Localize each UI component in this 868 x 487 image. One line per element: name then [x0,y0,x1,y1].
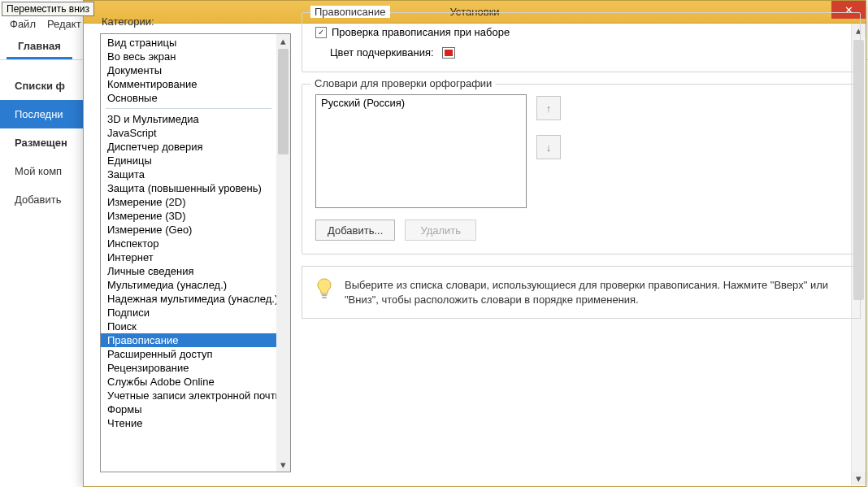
category-item[interactable]: Измерение (3D) [101,209,276,223]
svg-rect-0 [322,294,328,296]
category-item[interactable]: Мультимедиа (унаслед.) [101,278,276,292]
underline-color-label: Цвет подчеркивания: [330,46,434,59]
category-item[interactable]: Рецензирование [101,361,276,375]
category-item[interactable]: JavaScript [101,126,276,140]
category-item[interactable]: Интернет [101,250,276,264]
menu-edit[interactable]: Редакт [44,16,85,34]
category-item[interactable]: Защита (повышенный уровень) [101,181,276,195]
category-item[interactable]: Поиск [101,320,276,333]
category-item[interactable]: Вид страницы [101,36,276,50]
dictionaries-fieldset: Словари для проверки орфографии Русский … [302,84,861,254]
category-item[interactable]: Учетные записи электронной почты [101,389,276,402]
category-item[interactable]: Службы Adobe Online [101,375,276,389]
category-item[interactable]: Документы [101,63,276,77]
check-spelling-label: Проверка правописания при наборе [332,26,510,38]
move-up-button[interactable]: ↑ [536,96,561,120]
category-item[interactable]: Измерение (2D) [101,195,276,209]
check-spelling-checkbox[interactable]: ✓ [315,27,327,38]
dictionary-listbox[interactable]: Русский (Россия) [315,94,527,208]
category-item[interactable]: Комментирование [101,77,276,91]
arrow-up-icon: ↑ [546,102,552,115]
category-item[interactable]: Личные сведения [101,264,276,278]
svg-rect-1 [322,297,327,298]
tooltip: Переместить вниз [2,2,94,16]
color-icon [445,50,453,56]
spelling-fieldset: Правописание ✓ Проверка правописания при… [302,12,861,72]
scrollbar-thumb[interactable] [278,49,289,154]
tab-home[interactable]: Главная [7,35,72,59]
category-item[interactable]: Расширенный доступ [101,347,276,361]
fieldset-legend: Правописание [310,6,390,18]
chevron-down-icon[interactable]: ▾ [276,458,290,472]
category-item[interactable]: Защита [101,167,276,181]
hint-text: Выберите из списка словари, использующие… [345,278,847,307]
menu-file[interactable]: Файл [7,16,39,34]
category-item[interactable]: Основные [101,91,276,105]
category-item[interactable]: Единицы [101,154,276,167]
categories-scrollbar[interactable]: ▴ ▾ [276,34,290,472]
category-item[interactable]: Инспектор [101,237,276,250]
preferences-dialog: Установки ✕ ▴ ▾ Категории: ▴ ▾ Вид стран… [83,0,866,487]
list-item[interactable]: Русский (Россия) [321,97,521,109]
fieldset-legend: Словари для проверки орфографии [310,77,496,89]
category-item[interactable]: Надежная мультимедиа (унаслед.) [101,292,276,306]
lightbulb-icon [315,278,333,301]
category-item[interactable]: Измерение (Geo) [101,223,276,237]
category-item[interactable]: 3D и Мультимедиа [101,112,276,126]
categories-label: Категории: [102,15,154,28]
move-down-button[interactable]: ↓ [536,135,561,159]
category-item[interactable]: Диспетчер доверия [101,140,276,154]
separator [106,108,271,109]
underline-color-swatch[interactable] [442,47,455,59]
arrow-down-icon: ↓ [546,141,552,154]
add-dictionary-button[interactable]: Добавить... [315,220,395,241]
category-item[interactable]: Подписи [101,306,276,320]
category-item[interactable]: Формы [101,402,276,416]
hint-panel: Выберите из списка словари, использующие… [302,266,861,319]
categories-listbox[interactable]: ▴ ▾ Вид страницыВо весь экранДокументыКо… [100,33,291,472]
category-item[interactable]: Во весь экран [101,50,276,63]
delete-dictionary-button[interactable]: Удалить [405,220,476,241]
chevron-up-icon[interactable]: ▴ [276,34,290,48]
category-item[interactable]: Правописание [101,333,276,347]
category-item[interactable]: Чтение [101,416,276,430]
